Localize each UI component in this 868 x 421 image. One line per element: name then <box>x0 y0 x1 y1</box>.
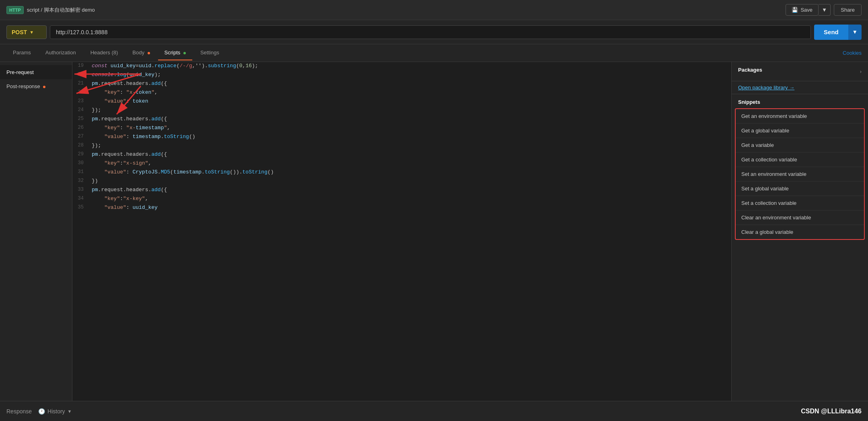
table-row: 24}); <box>72 106 731 115</box>
chevron-down-icon: ▼ <box>852 29 858 35</box>
line-number: 22 <box>72 89 92 96</box>
top-bar-right: 💾 Save ▼ Share <box>786 4 862 16</box>
tab-settings[interactable]: Settings <box>194 45 226 60</box>
snippet-item[interactable]: Get a collection variable <box>736 153 864 167</box>
line-content: }); <box>92 106 101 115</box>
table-row: 32}) <box>72 177 731 186</box>
tab-authorization[interactable]: Authorization <box>39 45 82 60</box>
bottom-bar: Response 🕐 History ▼ CSDN @LLLibra146 <box>0 401 868 421</box>
line-number: 21 <box>72 80 92 87</box>
send-button[interactable]: Send <box>814 25 848 40</box>
line-content: pm.request.headers.add({ <box>92 186 167 194</box>
line-content: "key":"x-key", <box>92 195 148 203</box>
scripts-dot <box>183 52 186 54</box>
http-badge: HTTP <box>6 6 24 14</box>
table-row: 29pm.request.headers.add({ <box>72 151 731 159</box>
chevron-down-icon: ▼ <box>29 30 34 35</box>
line-number: 28 <box>72 142 92 149</box>
tab-body[interactable]: Body <box>126 45 156 60</box>
line-content: pm.request.headers.add({ <box>92 151 167 159</box>
line-number: 34 <box>72 195 92 202</box>
line-number: 23 <box>72 97 92 105</box>
packages-section: Packages › <box>732 62 868 81</box>
table-row: 19const uuid_key=uuid.replace(/-/g,'').s… <box>72 62 731 71</box>
line-number: 24 <box>72 106 92 114</box>
prerequest-tab[interactable]: Pre-request <box>0 65 72 79</box>
line-content: pm.request.headers.add({ <box>92 80 167 88</box>
line-number: 27 <box>72 133 92 140</box>
save-icon: 💾 <box>792 7 798 13</box>
snippet-item[interactable]: Get an environment variable <box>736 109 864 124</box>
line-number: 32 <box>72 177 92 185</box>
line-number: 31 <box>72 168 92 176</box>
snippets-title: Snippets <box>738 99 760 105</box>
table-row: 27 "value": timestamp.toString() <box>72 133 731 142</box>
line-content: "key": "x-token", <box>92 89 158 97</box>
postresponse-tab[interactable]: Post-response <box>0 79 72 93</box>
history-label: History <box>47 408 65 415</box>
table-row: 30 "key":"x-sign", <box>72 159 731 168</box>
body-dot <box>148 52 150 54</box>
table-row: 26 "key": "x-timestamp", <box>72 124 731 133</box>
line-content: console.log(uuid_key); <box>92 71 161 79</box>
snippet-item[interactable]: Set a global variable <box>736 182 864 196</box>
line-number: 19 <box>72 62 92 70</box>
table-row: 28}); <box>72 142 731 151</box>
breadcrumb-part2: 脚本自动加解密 demo <box>44 7 95 13</box>
open-package-library-link[interactable]: Open package library → <box>738 85 794 91</box>
snippets-list: Get an environment variableGet a global … <box>735 108 865 240</box>
line-content: }) <box>92 177 98 186</box>
chevron-down-icon: ▼ <box>822 7 827 13</box>
snippet-item[interactable]: Clear an environment variable <box>736 210 864 225</box>
method-select[interactable]: POST ▼ <box>6 25 47 39</box>
line-number: 33 <box>72 186 92 194</box>
save-dropdown-button[interactable]: ▼ <box>819 4 831 16</box>
save-button[interactable]: 💾 Save <box>786 4 819 16</box>
cookies-link[interactable]: Cookies <box>843 50 862 56</box>
tabs-left: Params Authorization Headers (8) Body Sc… <box>6 45 226 60</box>
table-row: 35 "value": uuid_key <box>72 204 731 213</box>
chevron-down-icon: ▼ <box>68 409 72 414</box>
snippet-item[interactable]: Clear a global variable <box>736 225 864 239</box>
history-button[interactable]: 🕐 History ▼ <box>38 408 72 415</box>
line-number: 29 <box>72 151 92 158</box>
breadcrumb-separator: / <box>41 7 43 13</box>
top-bar: HTTP script / 脚本自动加解密 demo 💾 Save ▼ Shar… <box>0 0 868 20</box>
chevron-right-icon: › <box>860 68 862 74</box>
line-content: "value": CryptoJS.MD5(timestamp.toString… <box>92 168 274 177</box>
breadcrumb-part1: script <box>27 7 39 13</box>
line-content: }); <box>92 142 101 150</box>
code-editor[interactable]: 19const uuid_key=uuid.replace(/-/g,'').s… <box>72 62 731 401</box>
table-row: 25pm.request.headers.add({ <box>72 115 731 124</box>
script-sidebar: Pre-request Post-response <box>0 62 72 401</box>
tab-scripts[interactable]: Scripts <box>158 45 192 60</box>
snippets-header: Snippets <box>732 94 868 108</box>
table-row: 34 "key":"x-key", <box>72 195 731 204</box>
line-number: 35 <box>72 204 92 211</box>
line-number: 25 <box>72 115 92 123</box>
line-content: "value": timestamp.toString() <box>92 133 195 141</box>
url-input[interactable] <box>50 25 811 39</box>
snippet-item[interactable]: Set an environment variable <box>736 167 864 182</box>
breadcrumb: script / 脚本自动加解密 demo <box>27 6 95 14</box>
line-content: pm.request.headers.add({ <box>92 115 167 124</box>
line-content: "key":"x-sign", <box>92 159 151 168</box>
share-button[interactable]: Share <box>834 4 862 16</box>
line-content: const uuid_key=uuid.replace(/-/g,'').sub… <box>92 62 258 70</box>
send-dropdown-button[interactable]: ▼ <box>848 25 862 40</box>
watermark: CSDN @LLLibra146 <box>801 408 862 415</box>
table-row: 21pm.request.headers.add({ <box>72 80 731 89</box>
line-number: 20 <box>72 71 92 78</box>
table-row: 31 "value": CryptoJS.MD5(timestamp.toStr… <box>72 168 731 177</box>
snippet-item[interactable]: Set a collection variable <box>736 196 864 210</box>
top-bar-left: HTTP script / 脚本自动加解密 demo <box>6 6 95 14</box>
tab-headers[interactable]: Headers (8) <box>84 45 125 60</box>
url-bar: POST ▼ Send ▼ <box>0 20 868 44</box>
tab-params[interactable]: Params <box>6 45 37 60</box>
tabs-bar: Params Authorization Headers (8) Body Sc… <box>0 44 868 62</box>
snippet-item[interactable]: Get a global variable <box>736 124 864 138</box>
table-row: 20console.log(uuid_key); <box>72 71 731 80</box>
response-tab[interactable]: Response <box>6 408 32 415</box>
snippet-item[interactable]: Get a variable <box>736 138 864 153</box>
bottom-left: Response 🕐 History ▼ <box>6 408 72 415</box>
